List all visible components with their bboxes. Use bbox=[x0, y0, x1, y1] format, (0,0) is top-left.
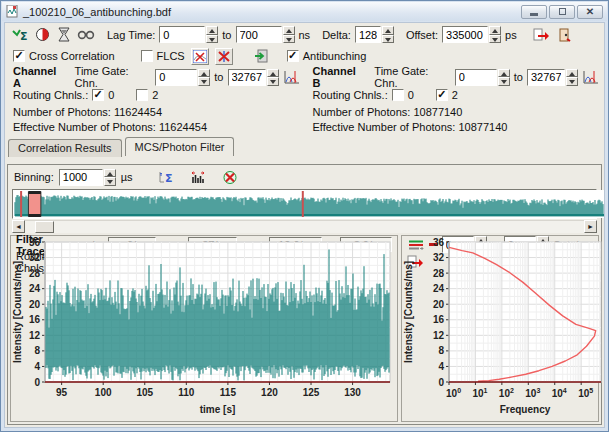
tab-bar: Correlation Results MCS/Photon Filter bbox=[5, 137, 604, 157]
svg-text:32: 32 bbox=[433, 252, 445, 263]
svg-text:8: 8 bbox=[34, 345, 40, 356]
flcs-label: FLCS bbox=[157, 50, 185, 62]
svg-text:8: 8 bbox=[438, 345, 444, 356]
channel-b-gate-to-input[interactable] bbox=[527, 69, 565, 86]
channel-b-section: Channel B Time Gate: Chn. to bbox=[305, 68, 605, 134]
intensity-frequency-chart[interactable]: 04812162024283236Intensity [Counts/ms]10… bbox=[403, 234, 597, 420]
channel-b-gate-to-up[interactable] bbox=[566, 69, 578, 78]
binning-down[interactable] bbox=[104, 177, 116, 186]
svg-text:Σ: Σ bbox=[165, 172, 173, 184]
svg-text:16: 16 bbox=[29, 314, 41, 325]
intensity-trace-chart[interactable]: 04812162024283236Intensity [Counts/ms]95… bbox=[12, 234, 396, 420]
binning-up[interactable] bbox=[104, 169, 116, 178]
lag-to-label: to bbox=[222, 29, 231, 41]
channel-a-histogram-icon[interactable] bbox=[283, 69, 301, 86]
trace-overview-strip[interactable] bbox=[12, 189, 597, 219]
channel-a-routing-2-label: 2 bbox=[152, 89, 158, 101]
lag-time-label: Lag Time: bbox=[107, 29, 155, 41]
svg-text:110: 110 bbox=[178, 387, 195, 398]
channel-a-routing-0-checkbox[interactable] bbox=[92, 89, 104, 101]
channels-section: Channel A Time Gate: Chn. to bbox=[5, 66, 604, 134]
channel-b-gate-from-up[interactable] bbox=[498, 69, 510, 78]
channel-b-routing-label: Routing Chnls.: bbox=[313, 89, 388, 101]
delta-up[interactable] bbox=[382, 26, 394, 35]
antibunching-option[interactable]: Antibunching bbox=[287, 50, 367, 62]
lag-from-up[interactable] bbox=[206, 26, 218, 35]
restore-button[interactable] bbox=[549, 5, 575, 19]
binning-input[interactable] bbox=[59, 169, 103, 186]
offset-down[interactable] bbox=[489, 35, 501, 44]
hourglass-icon[interactable] bbox=[55, 26, 73, 43]
delta-down[interactable] bbox=[382, 35, 394, 44]
channel-a-gate-from-down[interactable] bbox=[198, 77, 210, 86]
lag-to-up[interactable] bbox=[283, 26, 295, 35]
delta-input[interactable] bbox=[355, 26, 381, 43]
export-button[interactable] bbox=[533, 26, 551, 43]
offset-input[interactable] bbox=[442, 26, 488, 43]
binning-sum-button[interactable]: Σ bbox=[157, 169, 175, 186]
close-button[interactable]: ✕ bbox=[577, 5, 603, 19]
channel-a-gate-to-up[interactable] bbox=[267, 69, 279, 78]
channel-b-gate-from-input[interactable] bbox=[455, 69, 497, 86]
offset-spinner bbox=[442, 26, 501, 43]
channel-a-photons-label: Number of Photons: bbox=[13, 106, 111, 118]
channel-a-title: Channel A bbox=[13, 65, 65, 89]
channel-b-histogram-icon[interactable] bbox=[582, 69, 600, 86]
svg-text:105: 105 bbox=[578, 387, 593, 399]
tab-correlation-results[interactable]: Correlation Results bbox=[8, 139, 122, 157]
channel-b-routing-2-label: 2 bbox=[452, 89, 458, 101]
channel-a-section: Channel A Time Gate: Chn. to bbox=[5, 68, 305, 134]
flcs-option[interactable]: FLCS bbox=[141, 50, 185, 62]
calculate-sum-button[interactable]: Σ bbox=[11, 26, 29, 43]
lag-from-input[interactable] bbox=[159, 26, 205, 43]
cross-correlation-option[interactable]: Cross Correlation bbox=[13, 50, 115, 62]
svg-text:36: 36 bbox=[433, 237, 445, 248]
svg-text:4: 4 bbox=[438, 361, 444, 372]
lag-to-down[interactable] bbox=[283, 35, 295, 44]
channel-a-gate-to-input[interactable] bbox=[228, 69, 266, 86]
channel-a-gate-to-down[interactable] bbox=[267, 77, 279, 86]
title-bar[interactable]: _100210_06_antibunching.bdf ✕ bbox=[2, 2, 607, 21]
antibunching-checkbox[interactable] bbox=[287, 50, 299, 62]
tab-mcs-photon-filter[interactable]: MCS/Photon Filter bbox=[125, 137, 235, 156]
svg-text:103: 103 bbox=[525, 387, 540, 399]
scroll-left-button[interactable]: ◄ bbox=[12, 220, 25, 233]
pie-clock-icon[interactable] bbox=[33, 26, 51, 43]
add-report-icon[interactable] bbox=[253, 48, 271, 65]
minimize-button[interactable] bbox=[521, 5, 547, 19]
cross-correlation-checkbox[interactable] bbox=[13, 50, 25, 62]
flcs-plot-button[interactable] bbox=[191, 48, 209, 65]
svg-text:104: 104 bbox=[551, 387, 566, 399]
channel-a-routing-2-checkbox[interactable] bbox=[136, 89, 148, 101]
bottom-panels: Filter Trace min. 0/ms max. 37/ms aver. … bbox=[8, 233, 601, 424]
flcs-pattern-button[interactable] bbox=[215, 48, 233, 65]
exit-button[interactable] bbox=[555, 26, 573, 43]
svg-text:100: 100 bbox=[446, 387, 461, 399]
offset-up[interactable] bbox=[489, 26, 501, 35]
lag-from-down[interactable] bbox=[206, 35, 218, 44]
channel-b-gate-to-down[interactable] bbox=[566, 77, 578, 86]
scrollbar-thumb[interactable] bbox=[35, 221, 54, 233]
minimize-icon bbox=[530, 13, 538, 16]
channel-a-eff-photons-label: Effective Number of Photons: bbox=[13, 121, 156, 133]
channel-b-gate-from-down[interactable] bbox=[498, 77, 510, 86]
lag-to-input[interactable] bbox=[236, 26, 282, 43]
scrollbar-track[interactable] bbox=[25, 220, 584, 233]
svg-text:32: 32 bbox=[29, 252, 41, 263]
svg-text:95: 95 bbox=[56, 387, 68, 398]
channel-b-routing-0-checkbox[interactable] bbox=[392, 89, 404, 101]
preview-glasses-icon[interactable] bbox=[77, 26, 95, 43]
svg-text:time [s]: time [s] bbox=[200, 404, 236, 415]
trace-scrollbar[interactable]: ◄ ► bbox=[12, 220, 597, 233]
frequency-panel: Cnts/ms 04812162024283236Intensity [Coun… bbox=[401, 235, 599, 422]
channel-b-routing-2-checkbox[interactable] bbox=[436, 89, 448, 101]
mcs-range-button[interactable] bbox=[189, 169, 207, 186]
channel-b-photons-value: 10877140 bbox=[413, 106, 462, 118]
channel-a-timegate-label: Time Gate: Chn. bbox=[75, 65, 152, 89]
clear-filter-button[interactable] bbox=[221, 169, 239, 186]
channel-a-gate-from-up[interactable] bbox=[198, 69, 210, 78]
scroll-right-button[interactable]: ► bbox=[584, 220, 597, 233]
flcs-checkbox[interactable] bbox=[141, 50, 153, 62]
channel-a-routing-label: Routing Chnls.: bbox=[13, 89, 88, 101]
channel-a-gate-from-input[interactable] bbox=[155, 69, 197, 86]
